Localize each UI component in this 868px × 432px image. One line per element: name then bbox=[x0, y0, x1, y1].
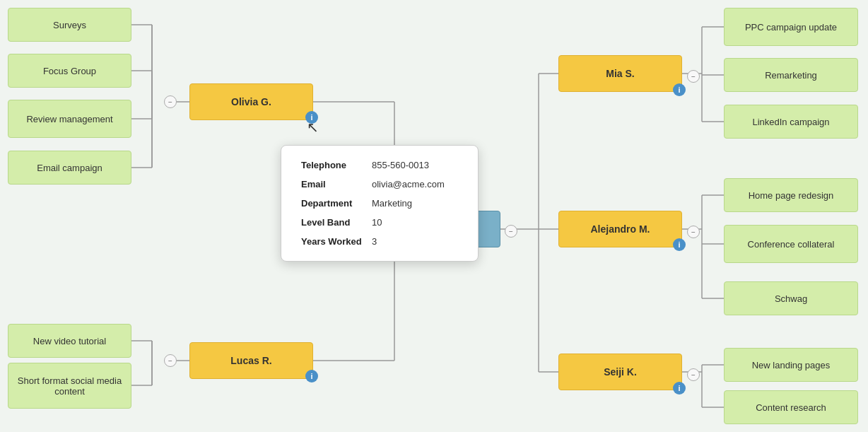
diagram-container: Surveys Focus Group Review management Em… bbox=[0, 0, 868, 432]
node-mia: Mia S. bbox=[558, 55, 682, 92]
node-review-management: Review management bbox=[8, 100, 131, 138]
node-short-format: Short format social media content bbox=[8, 363, 131, 409]
tooltip-label-level: Level Band bbox=[301, 217, 372, 228]
collapse-alejandro[interactable]: − bbox=[687, 226, 700, 238]
tooltip-row-telephone: Telephone 855-560-0013 bbox=[301, 160, 458, 170]
node-schwag: Schwag bbox=[724, 281, 858, 315]
tooltip-row-years: Years Worked 3 bbox=[301, 236, 458, 247]
node-ppc: PPC campaign update bbox=[724, 8, 858, 46]
tooltip-label-department: Department bbox=[301, 198, 372, 209]
collapse-mia[interactable]: − bbox=[687, 70, 700, 83]
collapse-olivia[interactable]: − bbox=[164, 95, 177, 108]
tooltip-row-email: Email olivia@acme.com bbox=[301, 179, 458, 189]
node-remarketing: Remarketing bbox=[724, 58, 858, 92]
node-alejandro: Alejandro M. bbox=[558, 211, 682, 247]
node-lucas: Lucas R. bbox=[189, 342, 313, 379]
node-conference: Conference collateral bbox=[724, 225, 858, 263]
node-email-campaign: Email campaign bbox=[8, 151, 131, 185]
tooltip-label-years: Years Worked bbox=[301, 236, 372, 247]
collapse-center[interactable]: − bbox=[505, 225, 517, 238]
tooltip-value-level: 10 bbox=[372, 217, 382, 228]
node-content-research: Content research bbox=[724, 390, 858, 424]
tooltip-row-level: Level Band 10 bbox=[301, 217, 458, 228]
tooltip-popup: Telephone 855-560-0013 Email olivia@acme… bbox=[281, 145, 479, 262]
info-seiji-btn[interactable]: i bbox=[673, 382, 686, 395]
node-focus-group: Focus Group bbox=[8, 54, 131, 88]
info-olivia-btn[interactable]: i bbox=[305, 111, 318, 124]
collapse-lucas[interactable]: − bbox=[164, 354, 177, 367]
info-mia-btn[interactable]: i bbox=[673, 83, 686, 96]
node-new-video-tutorial: New video tutorial bbox=[8, 324, 131, 358]
node-linkedin: LinkedIn campaign bbox=[724, 105, 858, 139]
tooltip-label-email: Email bbox=[301, 179, 372, 189]
tooltip-value-email: olivia@acme.com bbox=[372, 179, 445, 189]
tooltip-label-telephone: Telephone bbox=[301, 160, 372, 170]
node-surveys: Surveys bbox=[8, 8, 131, 42]
tooltip-row-department: Department Marketing bbox=[301, 198, 458, 209]
tooltip-value-years: 3 bbox=[372, 236, 377, 247]
node-olivia: Olivia G. bbox=[189, 83, 313, 120]
node-home-page: Home page redesign bbox=[724, 178, 858, 212]
collapse-seiji[interactable]: − bbox=[687, 368, 700, 381]
info-lucas-btn[interactable]: i bbox=[305, 370, 318, 383]
node-seiji: Seiji K. bbox=[558, 354, 682, 390]
tooltip-value-telephone: 855-560-0013 bbox=[372, 160, 429, 170]
node-new-landing: New landing pages bbox=[724, 348, 858, 382]
tooltip-value-department: Marketing bbox=[372, 198, 412, 209]
info-alejandro-btn[interactable]: i bbox=[673, 238, 686, 251]
